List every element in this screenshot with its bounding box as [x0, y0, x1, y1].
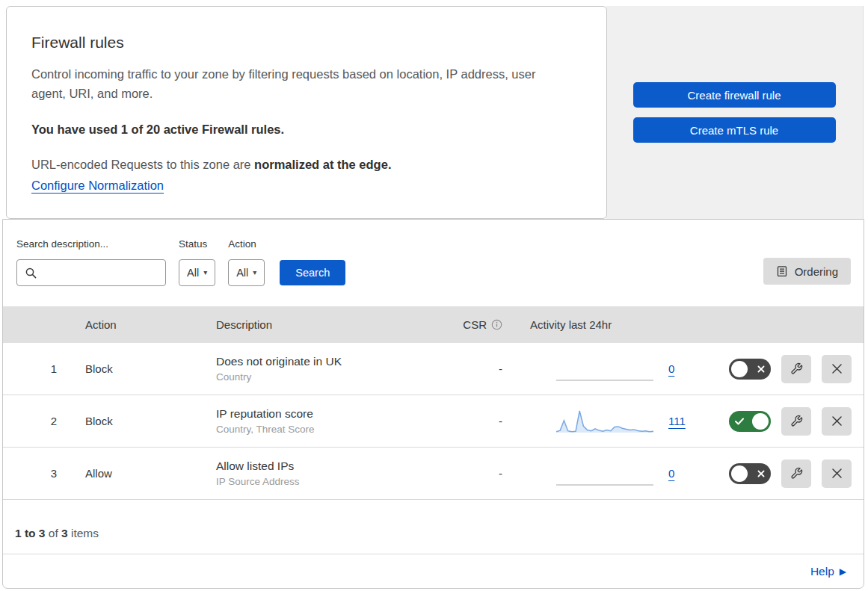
edit-rule-button[interactable]: [781, 460, 811, 488]
rule-activity-cell: 0: [515, 356, 698, 382]
cross-icon: [757, 365, 765, 373]
rule-csr-value: -: [433, 362, 515, 375]
search-label: Search description...: [16, 238, 166, 250]
ordering-button[interactable]: Ordering: [763, 258, 851, 285]
actions-panel: Create firewall rule Create mTLS rule: [606, 6, 864, 219]
status-label: Status: [179, 238, 215, 250]
toggle-knob: [752, 413, 769, 430]
rule-action: Block: [70, 362, 201, 375]
activity-count-link[interactable]: 0: [668, 362, 674, 375]
action-filter-group: Action All ▾: [228, 238, 265, 286]
table-header: Action Description CSR Activity last 24h…: [3, 306, 864, 343]
action-label: Action: [228, 238, 265, 250]
rule-description: Allow listed IPs: [216, 460, 433, 473]
rule-priority: 2: [3, 415, 70, 427]
firewall-rule-row: 1 Block Does not originate in UK Country…: [3, 343, 864, 395]
header-action: Action: [70, 318, 201, 331]
filter-bar: Search description... Status All ▾ Actio…: [3, 220, 864, 306]
activity-count-link[interactable]: 0: [668, 467, 674, 480]
rule-description-cell: Does not originate in UK Country: [201, 355, 433, 383]
rule-fields: IP Source Address: [216, 476, 433, 487]
page-description: Control incoming traffic to your zone by…: [31, 64, 573, 103]
toggle-knob: [731, 465, 748, 482]
rule-controls: [698, 355, 864, 383]
rule-description-cell: IP reputation score Country, Threat Scor…: [201, 407, 433, 435]
normalization-prefix: URL-encoded Requests to this zone are: [31, 158, 254, 171]
rules-list-panel: Search description... Status All ▾ Actio…: [2, 219, 864, 589]
delete-rule-button[interactable]: [822, 460, 852, 488]
rule-csr-value: -: [433, 467, 515, 480]
rule-controls: [698, 460, 864, 488]
rule-controls: [698, 407, 864, 436]
rule-fields: Country: [216, 371, 433, 383]
check-icon: [735, 418, 744, 425]
header-description: Description: [201, 318, 433, 331]
rule-activity-cell: 0: [515, 461, 698, 486]
help-row: Help ▶: [3, 554, 864, 589]
activity-sparkline: [556, 356, 653, 382]
ordering-button-label: Ordering: [795, 265, 838, 278]
rule-enabled-toggle[interactable]: [729, 359, 771, 380]
close-icon: [831, 415, 843, 427]
rule-priority: 3: [3, 467, 70, 480]
normalization-bold: normalized at the edge.: [254, 158, 391, 171]
firewall-rule-row: 3 Allow Allow listed IPs IP Source Addre…: [3, 448, 864, 500]
activity-sparkline: [556, 409, 653, 434]
rule-priority: 1: [3, 362, 70, 375]
delete-rule-button[interactable]: [822, 355, 852, 383]
search-group: Search description...: [16, 238, 166, 286]
items-of: of: [49, 527, 58, 539]
rule-enabled-toggle[interactable]: [729, 411, 771, 432]
firewall-rules-card: Firewall rules Control incoming traffic …: [6, 6, 607, 219]
rule-csr-value: -: [433, 415, 515, 427]
status-dropdown[interactable]: All ▾: [179, 259, 215, 286]
chevron-down-icon: ▾: [253, 269, 256, 276]
chevron-down-icon: ▾: [203, 269, 207, 276]
close-icon: [831, 363, 843, 374]
items-range: 1 to 3: [15, 527, 45, 539]
toggle-knob: [731, 361, 748, 377]
cross-icon: [757, 470, 765, 477]
items-total: 3: [61, 527, 68, 539]
firewall-rule-row: 2 Block IP reputation score Country, Thr…: [3, 395, 864, 448]
rule-action: Block: [70, 415, 201, 427]
wrench-icon: [790, 415, 803, 427]
activity-count-link[interactable]: 111: [668, 415, 686, 427]
rule-enabled-toggle[interactable]: [729, 463, 771, 484]
page-title: Firewall rules: [31, 34, 576, 52]
help-link[interactable]: Help: [810, 565, 834, 578]
search-button[interactable]: Search: [280, 260, 345, 285]
activity-sparkline: [556, 461, 653, 486]
rule-fields: Country, Threat Score: [216, 424, 433, 435]
create-mtls-rule-button[interactable]: Create mTLS rule: [633, 117, 836, 143]
delete-rule-button[interactable]: [822, 407, 852, 436]
search-icon: [25, 267, 37, 279]
close-icon: [831, 468, 843, 479]
rule-activity-cell: 111: [515, 409, 698, 434]
search-input[interactable]: [42, 267, 159, 279]
wrench-icon: [790, 362, 803, 375]
status-filter-group: Status All ▾: [179, 238, 215, 286]
rule-description: IP reputation score: [216, 407, 433, 421]
search-input-box[interactable]: [16, 259, 166, 286]
edit-rule-button[interactable]: [781, 355, 811, 383]
items-count: 1 to 3 of 3 items: [3, 500, 864, 554]
help-arrow-icon: ▶: [840, 567, 846, 576]
header-csr-label: CSR: [463, 318, 487, 331]
rule-description: Does not originate in UK: [216, 355, 433, 368]
usage-summary: You have used 1 of 20 active Firewall ru…: [31, 123, 576, 137]
edit-rule-button[interactable]: [781, 407, 811, 436]
action-dropdown[interactable]: All ▾: [228, 259, 265, 286]
wrench-icon: [790, 467, 803, 480]
create-firewall-rule-button[interactable]: Create firewall rule: [633, 82, 836, 108]
info-icon[interactable]: [491, 319, 502, 330]
configure-normalization-link[interactable]: Configure Normalization: [31, 179, 164, 193]
status-dropdown-value: All: [187, 267, 199, 279]
normalization-text: URL-encoded Requests to this zone are no…: [31, 158, 576, 172]
rule-description-cell: Allow listed IPs IP Source Address: [201, 460, 433, 487]
ordering-list-icon: [776, 265, 788, 277]
action-dropdown-value: All: [236, 267, 248, 279]
items-word: items: [71, 527, 99, 539]
header-csr: CSR: [433, 318, 515, 331]
rule-action: Allow: [70, 467, 201, 480]
